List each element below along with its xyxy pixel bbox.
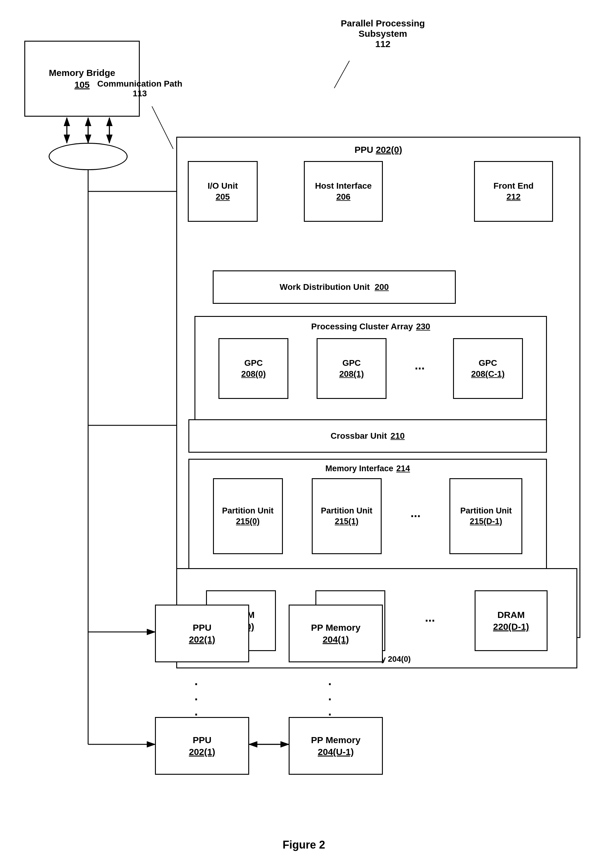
pp-mem1-box: PP Memory 204(1) xyxy=(289,605,383,662)
gpc-dots: ··· xyxy=(415,361,425,376)
part0-label: Partition Unit xyxy=(222,506,274,516)
dram-dots: ··· xyxy=(425,613,435,629)
gpc0-number: 208(0) xyxy=(241,369,266,379)
pp-memU-label: PP Memory xyxy=(311,734,361,746)
mem-interface-box: Memory Interface 214 Partition Unit 215(… xyxy=(188,459,547,586)
pp-subsystem-label: Parallel Processing Subsystem 112 xyxy=(334,18,431,49)
mem-interface-label: Memory Interface xyxy=(325,463,393,474)
part1-box: Partition Unit 215(1) xyxy=(312,478,382,554)
ppuU-box: PPU 202(1) xyxy=(155,717,249,775)
ppuU-number: 202(1) xyxy=(189,746,215,758)
gpcN-label: GPC xyxy=(479,358,497,369)
mem-interface-number: 214 xyxy=(396,463,410,474)
crossbar-number: 210 xyxy=(390,430,405,441)
partN-label: Partition Unit xyxy=(460,506,512,516)
host-interface-box: Host Interface 206 xyxy=(304,161,383,222)
io-unit-number: 205 xyxy=(216,192,230,203)
memory-bridge-number: 105 xyxy=(75,79,90,90)
dramN-number: 220(D-1) xyxy=(493,621,529,633)
comm-path-label: Communication Path 113 xyxy=(97,79,182,98)
memory-bridge-label: Memory Bridge xyxy=(49,67,115,79)
part0-box: Partition Unit 215(0) xyxy=(213,478,283,554)
gpc1-number: 208(1) xyxy=(339,369,364,379)
gpc0-box: GPC 208(0) xyxy=(219,338,288,399)
part1-label: Partition Unit xyxy=(321,506,373,516)
proc-cluster-number: 230 xyxy=(416,321,430,332)
work-dist-label: Work Distribution Unit xyxy=(279,282,370,293)
partN-number: 215(D-1) xyxy=(470,516,502,527)
gpc0-label: GPC xyxy=(244,358,263,369)
part0-number: 215(0) xyxy=(236,516,260,527)
crossbar-label: Crossbar Unit xyxy=(331,430,387,441)
memory-bridge-box: Memory Bridge 105 xyxy=(24,41,140,117)
svg-line-10 xyxy=(334,61,350,88)
pp-mem1-label: PP Memory xyxy=(311,622,361,633)
work-dist-number: 200 xyxy=(375,282,389,293)
front-end-number: 212 xyxy=(507,192,521,203)
ppmem-dots-2: · xyxy=(328,693,331,706)
front-end-label: Front End xyxy=(493,181,534,192)
gpc1-label: GPC xyxy=(342,358,361,369)
gpcN-number: 208(C-1) xyxy=(471,369,504,379)
gpc1-box: GPC 208(1) xyxy=(317,338,387,399)
figure-caption: Figure 2 xyxy=(243,838,365,851)
gpcN-box: GPC 208(C-1) xyxy=(453,338,523,399)
ppu-dots-1: · xyxy=(195,678,198,691)
io-unit-box: I/O Unit 205 xyxy=(188,161,258,222)
ppuU-label: PPU xyxy=(193,734,211,746)
part1-number: 215(1) xyxy=(335,516,359,527)
front-end-box: Front End 212 xyxy=(474,161,553,222)
diagram-container: Memory Bridge 105 Communication Path 113… xyxy=(0,0,615,868)
proc-cluster-box: Processing Cluster Array 230 GPC 208(0) … xyxy=(195,316,547,432)
host-interface-number: 206 xyxy=(336,192,351,203)
host-interface-label: Host Interface xyxy=(315,181,372,192)
ppu1-box: PPU 202(1) xyxy=(155,605,249,662)
part-dots: ··· xyxy=(411,508,420,524)
ppu-number: 202(0) xyxy=(376,145,402,155)
pp-memU-box: PP Memory 204(U-1) xyxy=(289,717,383,775)
ppu1-number: 202(1) xyxy=(189,633,215,645)
crossbar-box: Crossbar Unit 210 xyxy=(188,419,547,453)
pp-memU-number: 204(U-1) xyxy=(318,746,354,758)
dramN-box: DRAM 220(D-1) xyxy=(475,590,548,651)
work-dist-box: Work Distribution Unit 200 xyxy=(213,270,456,304)
ppu1-label: PPU xyxy=(193,622,211,633)
proc-cluster-label: Processing Cluster Array xyxy=(311,321,413,332)
pp-mem1-number: 204(1) xyxy=(323,633,349,645)
partN-box: Partition Unit 215(D-1) xyxy=(450,478,522,554)
ppmem-dots-1: · xyxy=(328,678,331,691)
dramN-label: DRAM xyxy=(497,609,525,621)
svg-line-9 xyxy=(152,106,173,149)
bus-ellipse xyxy=(48,143,128,170)
ppu-dots-2: · xyxy=(195,693,198,706)
io-unit-label: I/O Unit xyxy=(208,181,238,192)
